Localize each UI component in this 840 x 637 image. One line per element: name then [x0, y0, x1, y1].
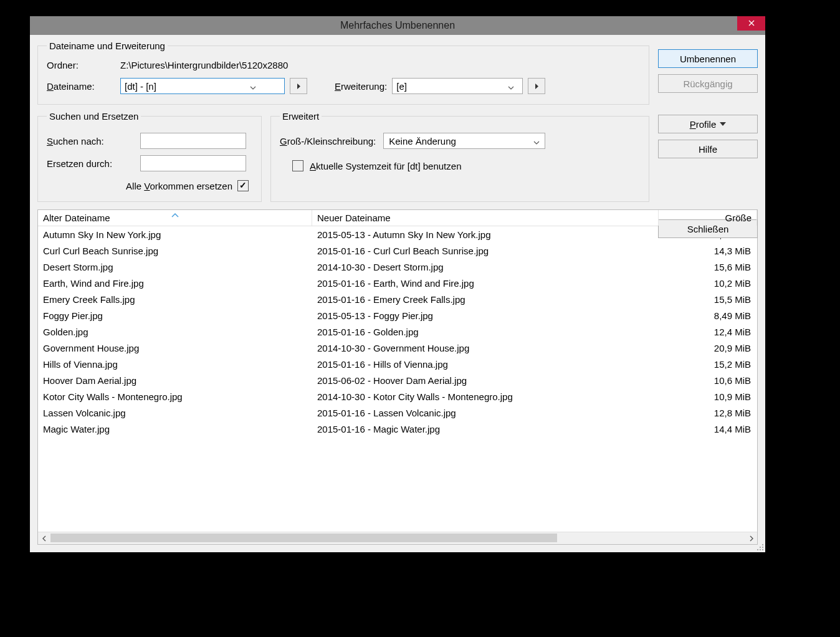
group-filename-legend: Dateiname und Erweiterung: [47, 41, 168, 51]
cell-old-filename: Foggy Pier.jpg: [38, 310, 312, 321]
cell-new-filename: 2014-10-30 - Kotor City Walls - Monteneg…: [312, 391, 659, 402]
cell-size: 14,4 MiB: [659, 424, 757, 434]
cell-old-filename: Autumn Sky In New York.jpg: [38, 229, 312, 240]
chevron-down-icon: [250, 81, 256, 92]
case-select-value: Keine Änderung: [389, 136, 456, 146]
listview-body: Autumn Sky In New York.jpg2015-05-13 - A…: [38, 226, 757, 532]
help-button-label: Hilfe: [699, 144, 717, 155]
svg-point-1: [760, 547, 761, 548]
filename-label: Dateiname:: [47, 81, 115, 92]
table-row[interactable]: Autumn Sky In New York.jpg2015-05-13 - A…: [38, 226, 757, 242]
column-size[interactable]: Größe: [659, 210, 757, 226]
cell-new-filename: 2014-10-30 - Desert Storm.jpg: [312, 262, 659, 272]
table-row[interactable]: Hills of Vienna.jpg2015-01-16 - Hills of…: [38, 356, 757, 372]
undo-button[interactable]: Rückgängig: [658, 74, 758, 93]
profile-button[interactable]: Profile: [658, 115, 758, 133]
table-row[interactable]: Emery Creek Falls.jpg2015-01-16 - Emery …: [38, 291, 757, 307]
help-button[interactable]: Hilfe: [658, 140, 758, 158]
scrollbar-track[interactable]: [50, 532, 745, 544]
cell-old-filename: Golden.jpg: [38, 327, 312, 337]
cell-new-filename: 2015-05-13 - Autumn Sky In New York.jpg: [312, 229, 659, 240]
case-label: Groß-/Kleinschreibung:: [280, 136, 376, 146]
chevron-right-icon: [749, 533, 753, 544]
table-row[interactable]: Foggy Pier.jpg2015-05-13 - Foggy Pier.jp…: [38, 307, 757, 323]
dialog-window: Mehrfaches Umbenennen Dateiname und Erwe…: [30, 16, 765, 552]
filename-template-button[interactable]: [290, 78, 307, 94]
search-label: Suchen nach:: [47, 136, 134, 146]
scroll-left-button[interactable]: [38, 532, 50, 544]
chevron-left-icon: [42, 533, 47, 544]
chevron-down-icon: [533, 136, 540, 146]
close-icon: [748, 19, 755, 28]
replace-input[interactable]: [140, 155, 246, 171]
systime-label: Aktuelle Systemzeit für [dt] benutzen: [310, 161, 461, 171]
table-row[interactable]: Magic Water.jpg2015-01-16 - Magic Water.…: [38, 421, 757, 437]
svg-point-2: [762, 547, 763, 548]
cell-new-filename: 2015-05-13 - Foggy Pier.jpg: [312, 310, 659, 321]
titlebar: Mehrfaches Umbenennen: [30, 16, 765, 35]
replace-all-label: Alle Vorkommen ersetzen: [126, 181, 232, 191]
svg-point-0: [762, 544, 763, 545]
cell-new-filename: 2015-01-16 - Emery Creek Falls.jpg: [312, 294, 659, 305]
case-select[interactable]: Keine Änderung: [383, 133, 545, 149]
cell-size: 12,8 MiB: [659, 408, 757, 418]
sort-ascending-icon: [171, 209, 179, 219]
cell-old-filename: Curl Curl Beach Sunrise.jpg: [38, 246, 312, 256]
cell-size: 20,9 MiB: [659, 343, 757, 353]
table-row[interactable]: Desert Storm.jpg2014-10-30 - Desert Stor…: [38, 259, 757, 275]
svg-point-4: [760, 549, 761, 550]
column-size-label: Größe: [725, 213, 752, 223]
chevron-down-icon: [508, 81, 514, 92]
table-row[interactable]: Government House.jpg2014-10-30 - Governm…: [38, 340, 757, 356]
filename-dropdown[interactable]: [247, 79, 259, 93]
cell-old-filename: Emery Creek Falls.jpg: [38, 294, 312, 305]
filename-combo[interactable]: [120, 78, 285, 94]
extension-template-button[interactable]: [528, 78, 545, 94]
svg-point-5: [762, 549, 763, 550]
client-area: Dateiname und Erweiterung Ordner: Z:\Pic…: [30, 35, 765, 552]
cell-size: 15,2 MiB: [659, 359, 757, 370]
extension-combo[interactable]: [392, 78, 523, 94]
triangle-right-icon: [297, 81, 301, 92]
extension-input[interactable]: [393, 79, 505, 93]
table-row[interactable]: Hoover Dam Aerial.jpg2015-06-02 - Hoover…: [38, 372, 757, 388]
cell-new-filename: 2015-01-16 - Lassen Volcanic.jpg: [312, 408, 659, 418]
group-advanced-legend: Erweitert: [280, 111, 322, 122]
filename-input[interactable]: [121, 79, 247, 93]
rename-button[interactable]: Umbenennen: [658, 49, 758, 68]
replace-label: Ersetzen durch:: [47, 158, 134, 169]
undo-button-label: Rückgängig: [683, 79, 732, 89]
cell-new-filename: 2015-01-16 - Golden.jpg: [312, 327, 659, 337]
replace-all-checkbox[interactable]: [237, 180, 249, 191]
cell-old-filename: Kotor City Walls - Montenegro.jpg: [38, 391, 312, 402]
table-row[interactable]: Kotor City Walls - Montenegro.jpg2014-10…: [38, 388, 757, 405]
column-old-filename[interactable]: Alter Dateiname: [38, 210, 312, 226]
cell-old-filename: Earth, Wind and Fire.jpg: [38, 278, 312, 289]
table-row[interactable]: Golden.jpg2015-01-16 - Golden.jpg12,4 Mi…: [38, 323, 757, 340]
cell-size: 15,6 MiB: [659, 262, 757, 272]
search-input[interactable]: [140, 133, 246, 149]
column-new-filename[interactable]: Neuer Dateiname: [312, 210, 659, 226]
close-window-button[interactable]: [737, 16, 765, 31]
case-select-dropdown[interactable]: [531, 136, 542, 146]
triangle-right-icon: [535, 81, 539, 92]
svg-point-3: [757, 549, 758, 550]
table-row[interactable]: Earth, Wind and Fire.jpg2015-01-16 - Ear…: [38, 275, 757, 291]
extension-dropdown[interactable]: [505, 79, 517, 93]
systime-checkbox[interactable]: [292, 160, 303, 171]
resize-grip[interactable]: [755, 542, 764, 551]
cell-old-filename: Desert Storm.jpg: [38, 262, 312, 272]
horizontal-scrollbar[interactable]: [38, 532, 757, 544]
group-filename-extension: Dateiname und Erweiterung Ordner: Z:\Pic…: [37, 41, 649, 105]
side-buttons-top: Umbenennen Rückgängig: [658, 41, 758, 105]
resize-grip-icon: [755, 542, 764, 553]
cell-old-filename: Magic Water.jpg: [38, 424, 312, 434]
file-listview[interactable]: Alter Dateiname Neuer Dateiname Größe Au…: [37, 209, 758, 545]
table-row[interactable]: Lassen Volcanic.jpg2015-01-16 - Lassen V…: [38, 405, 757, 421]
table-row[interactable]: Curl Curl Beach Sunrise.jpg2015-01-16 - …: [38, 242, 757, 259]
group-search-legend: Suchen und Ersetzen: [47, 111, 141, 122]
scrollbar-thumb[interactable]: [50, 534, 557, 542]
cell-new-filename: 2015-06-02 - Hoover Dam Aerial.jpg: [312, 375, 659, 386]
cell-size: 14,3 MiB: [659, 246, 757, 256]
cell-new-filename: 2015-01-16 - Curl Curl Beach Sunrise.jpg: [312, 246, 659, 256]
